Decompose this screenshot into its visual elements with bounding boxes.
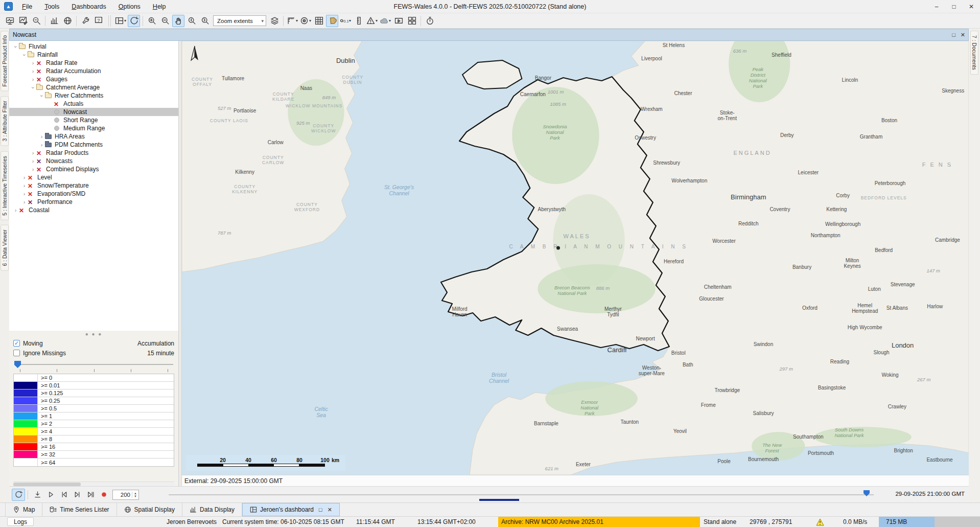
side-tab-3-attribute-filter[interactable]: 3 : Attribute Filter (1, 96, 9, 146)
tree-item-level[interactable]: ›✕Level (9, 173, 178, 181)
tree-item-river-catchments[interactable]: ›River Catchments (9, 91, 178, 100)
tree-item-snow-temperature[interactable]: ›✕Snow/Temperature (9, 181, 178, 190)
precision-button[interactable]: 0.1▾ (339, 15, 352, 27)
chevron-collapsed-icon[interactable]: › (21, 175, 28, 180)
horizontal-scrollbar[interactable] (13, 482, 174, 486)
chevron-collapsed-icon[interactable]: › (21, 183, 28, 189)
tree-item-gauges[interactable]: ›✕Gauges (9, 75, 178, 83)
tab-spatial-display[interactable]: Spatial Display (117, 503, 182, 516)
ignore-missings-checkbox[interactable] (13, 350, 20, 356)
refresh-playback-button[interactable] (12, 489, 25, 501)
scrollbar-thumb[interactable] (13, 483, 81, 486)
side-tab-forecast-product-info[interactable]: Forecast Product Info (1, 31, 9, 91)
refresh-button[interactable] (128, 15, 140, 27)
chevron-expanded-icon[interactable]: › (13, 43, 18, 50)
legend-ruler-button[interactable] (353, 15, 365, 27)
tree-item-coastal[interactable]: ›✕Coastal (9, 206, 178, 214)
menu-file[interactable]: File (17, 2, 37, 12)
chevron-expanded-icon[interactable]: › (30, 84, 36, 91)
download-button[interactable] (31, 489, 44, 501)
tab-close-icon[interactable]: ✕ (328, 507, 332, 513)
explore-tools-button[interactable] (30, 15, 42, 27)
tree-item-nowcasts[interactable]: ›✕Nowcasts (9, 157, 178, 165)
grid-button[interactable] (313, 15, 325, 27)
time-settings-button[interactable] (424, 15, 436, 27)
moving-checkbox[interactable]: ✓ (13, 340, 20, 347)
tree-item-performance[interactable]: ›✕Performance (9, 198, 178, 206)
chevron-collapsed-icon[interactable]: › (30, 68, 36, 74)
pan-button[interactable] (172, 15, 184, 27)
dashboard-button[interactable]: ▾ (114, 15, 127, 27)
close-button[interactable]: ✕ (963, 1, 980, 13)
maximize-button[interactable]: □ (945, 1, 963, 13)
side-tab-7-documents[interactable]: 7 : Documents (970, 31, 978, 75)
chevron-collapsed-icon[interactable]: › (38, 142, 45, 148)
tab-map[interactable]: Map (5, 503, 42, 516)
tree-item-pdm-catchments[interactable]: ›PDM Catchments (9, 141, 178, 149)
panel-restore-icon[interactable]: □ (952, 32, 955, 38)
play-button[interactable] (44, 489, 57, 501)
logs-button[interactable]: Logs (7, 517, 34, 526)
menu-options[interactable]: Options (113, 2, 146, 12)
zoom-next-button[interactable] (199, 15, 211, 27)
chevron-collapsed-icon[interactable]: › (30, 167, 36, 172)
speed-value[interactable]: 200 (113, 492, 132, 498)
animation-button[interactable] (392, 15, 405, 27)
tab-restore-icon[interactable]: □ (319, 507, 322, 513)
tree-item-radar-accumulation[interactable]: ›✕Radar Accumulation (9, 67, 178, 75)
locate-button[interactable]: ▾ (299, 15, 312, 27)
spinner-arrows[interactable]: ▲▼ (132, 492, 138, 498)
tree-item-fluvial[interactable]: ›Fluvial (9, 42, 178, 51)
tab-data-display[interactable]: Data Display (182, 503, 242, 516)
toolbar-drag-handle[interactable] (108, 15, 111, 27)
tree-item-actuals[interactable]: ✕Actuals (9, 100, 178, 108)
whatif-button[interactable]: ? (92, 15, 105, 27)
tree-item-radar-products[interactable]: ›✕Radar Products (9, 149, 178, 157)
accumulation-slider[interactable] (13, 360, 174, 369)
menu-help[interactable]: Help (148, 2, 171, 12)
chevron-collapsed-icon[interactable]: › (12, 208, 19, 213)
menu-tools[interactable]: Tools (39, 2, 64, 12)
skip-forward-button[interactable] (71, 489, 84, 501)
chevron-collapsed-icon[interactable]: › (38, 134, 45, 140)
tab-jeroens-dashboard[interactable]: Jeroen's dashboard□✕ (242, 503, 340, 516)
tree-item-nowcast[interactable]: Nowcast (9, 108, 178, 116)
chevron-collapsed-icon[interactable]: › (30, 77, 36, 82)
chevron-collapsed-icon[interactable]: › (30, 158, 36, 164)
chevron-expanded-icon[interactable]: › (21, 52, 27, 58)
grid-display-button[interactable] (61, 15, 74, 27)
data-display-button[interactable] (48, 15, 60, 27)
tree-item-catchment-average[interactable]: ›Catchment Average (9, 83, 178, 91)
speed-spinner[interactable]: 200 ▲▼ (112, 490, 139, 500)
minimize-button[interactable]: – (928, 1, 945, 13)
weather-layer-button[interactable]: ▾ (379, 15, 391, 27)
tree-item-evaporation-smd[interactable]: ›✕Evaporation/SMD (9, 190, 178, 198)
label-toggle-button[interactable] (326, 15, 338, 27)
timeseries-edit-button[interactable] (17, 15, 29, 27)
panel-close-icon[interactable]: ✕ (961, 32, 965, 38)
zoom-in-button[interactable] (146, 15, 158, 27)
slider-thumb[interactable] (14, 361, 21, 368)
chevron-collapsed-icon[interactable]: › (21, 199, 28, 205)
zoom-previous-button[interactable] (185, 15, 198, 27)
config-button[interactable] (79, 15, 91, 27)
map-view[interactable]: DublinSt HelensLiverpoolSheffield636 mPe… (182, 41, 969, 475)
side-tab-6-data-viewer[interactable]: 6 : Data Viewer (1, 225, 9, 271)
layers-button[interactable] (268, 15, 281, 27)
panel-splitter[interactable]: ● ● ● (9, 331, 178, 337)
chevron-collapsed-icon[interactable]: › (30, 60, 36, 66)
profile-tool-button[interactable]: ▾ (286, 15, 298, 27)
tree-item-rainfall[interactable]: ›Rainfall (9, 51, 178, 59)
tree-item-radar-rate[interactable]: ›✕Radar Rate (9, 59, 178, 67)
chevron-collapsed-icon[interactable]: › (30, 150, 36, 156)
thumbnails-button[interactable] (406, 15, 418, 27)
chevron-collapsed-icon[interactable]: › (21, 191, 28, 197)
tree-item-combined-displays[interactable]: ›✕Combined Displays (9, 165, 178, 173)
tree-item-short-range[interactable]: Short Range (9, 116, 178, 124)
play-pause-button[interactable] (84, 489, 97, 501)
tree-item-medium-range[interactable]: Medium Range (9, 124, 178, 132)
side-tab-5-interactive-timeseries[interactable]: 5 : Interactive Timeseries (1, 151, 9, 220)
time-slider-thumb[interactable] (864, 490, 870, 496)
tree-item-hra-areas[interactable]: ›HRA Areas (9, 132, 178, 141)
map-display-button[interactable] (4, 15, 16, 27)
